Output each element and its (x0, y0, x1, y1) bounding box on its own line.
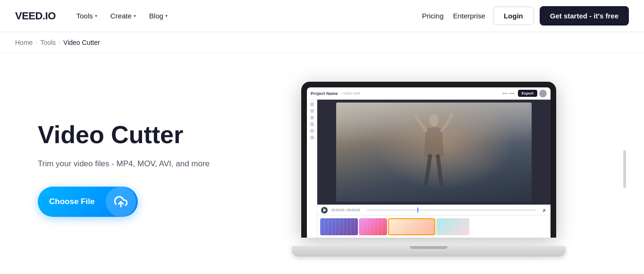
sky-overlay (336, 103, 532, 142)
page-scrollbar[interactable] (623, 150, 626, 188)
nav-tools[interactable]: Tools ▾ (71, 8, 103, 24)
breadcrumb-home[interactable]: Home (15, 39, 33, 46)
sidebar-icon (310, 116, 314, 120)
breadcrumb-separator: › (59, 39, 60, 46)
page-title: Video Cutter (38, 121, 210, 148)
editor-sidebar (307, 100, 317, 238)
breadcrumb-current: Video Cutter (63, 39, 100, 46)
chevron-down-icon: ▾ (165, 13, 168, 18)
nav-create[interactable]: Create ▾ (105, 8, 142, 24)
scrubber-handle (417, 207, 418, 213)
sidebar-icon (310, 109, 314, 113)
editor-breadcrumb: › Video Edit (341, 91, 360, 95)
nav-right: Pricing Enterprise Login Get started - i… (420, 6, 629, 26)
nav-left: VEED.IO Tools ▾ Create ▾ Blog ▾ (15, 8, 173, 24)
track-thumbnail (320, 218, 358, 235)
play-button[interactable] (321, 207, 328, 214)
nav-enterprise[interactable]: Enterprise (451, 8, 487, 24)
screen-inner: Project Name › Video Edit ⟵ ⟶ Export (307, 87, 551, 238)
track-thumbnail (359, 218, 387, 235)
navbar: VEED.IO Tools ▾ Create ▾ Blog ▾ Pricing … (0, 0, 644, 32)
track-item[interactable] (436, 218, 469, 235)
breadcrumb: Home › Tools › Video Cutter (0, 32, 644, 53)
time-display: 00:00:00 / 00:00:00 (331, 208, 360, 212)
sidebar-icon (310, 129, 314, 133)
editor-topbar-right: ⟵ ⟶ Export (502, 90, 547, 97)
main-content: Video Cutter Trim your video files - MP4… (0, 53, 644, 274)
editor-undo: ⟵ ⟶ (502, 91, 514, 95)
login-button[interactable]: Login (493, 7, 534, 25)
nav-pricing[interactable]: Pricing (420, 8, 446, 24)
track-thumbnail (389, 219, 434, 234)
breadcrumb-separator: › (35, 39, 37, 46)
editor-timeline: 00:00:00 / 00:00:00 🔊 (317, 205, 551, 238)
chevron-down-icon: ▾ (95, 13, 97, 18)
hero-right: Project Name › Video Edit ⟵ ⟶ Export (229, 82, 629, 257)
export-button[interactable]: Export (518, 90, 537, 97)
play-icon (323, 208, 326, 212)
sidebar-icon (310, 103, 314, 106)
editor-controls: 00:00:00 / 00:00:00 🔊 (317, 205, 551, 215)
nav-blog[interactable]: Blog ▾ (144, 8, 173, 24)
editor-canvas (317, 100, 551, 205)
laptop-base (292, 246, 566, 257)
track-thumbnail (436, 218, 469, 235)
video-preview (336, 103, 532, 202)
volume-icon: 🔊 (542, 208, 547, 212)
nav-menu: Tools ▾ Create ▾ Blog ▾ (71, 8, 173, 24)
get-started-button[interactable]: Get started - it's free (540, 6, 629, 26)
hero-subtitle: Trim your video files - MP4, MOV, AVI, a… (38, 158, 210, 170)
breadcrumb-tools[interactable]: Tools (40, 39, 56, 46)
track-item[interactable] (320, 218, 358, 235)
choose-file-label: Choose File (38, 197, 106, 206)
sidebar-icon (310, 122, 314, 126)
editor-topbar-left: Project Name › Video Edit (311, 91, 360, 96)
sidebar-icon (310, 136, 314, 139)
track-item[interactable] (359, 218, 387, 235)
logo[interactable]: VEED.IO (15, 10, 56, 22)
laptop-screen: Project Name › Video Edit ⟵ ⟶ Export (301, 82, 556, 238)
editor-main: 00:00:00 / 00:00:00 🔊 (317, 100, 551, 238)
editor-topbar: Project Name › Video Edit ⟵ ⟶ Export (307, 87, 551, 100)
choose-file-button[interactable]: Choose File (38, 187, 138, 217)
track-item-selected[interactable] (388, 218, 435, 235)
upload-icon (106, 187, 136, 217)
laptop-mockup: Project Name › Video Edit ⟵ ⟶ Export (292, 82, 566, 257)
avatar (539, 90, 547, 97)
hero-left: Video Cutter Trim your video files - MP4… (38, 121, 210, 217)
editor-ui: Project Name › Video Edit ⟵ ⟶ Export (307, 87, 551, 238)
timeline-tracks (317, 215, 551, 238)
chevron-down-icon: ▾ (134, 13, 136, 18)
editor-body: 00:00:00 / 00:00:00 🔊 (307, 100, 551, 238)
project-name: Project Name (311, 91, 338, 96)
scrubber-track[interactable] (366, 209, 536, 211)
